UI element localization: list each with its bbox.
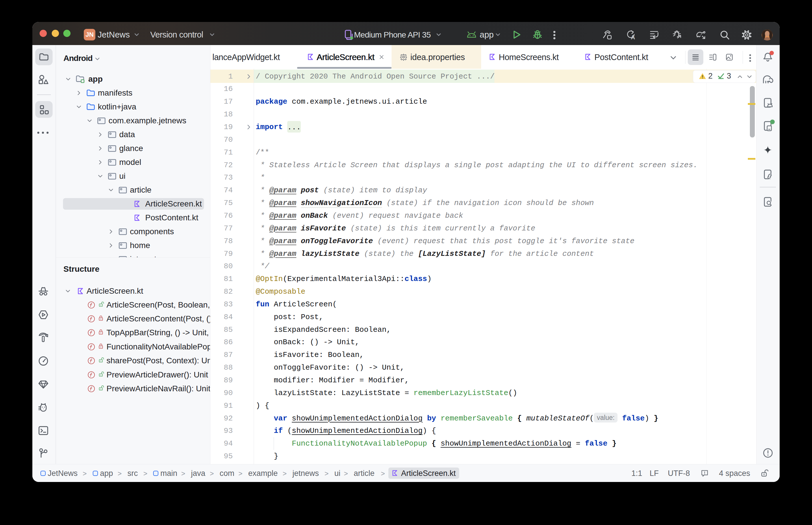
svg-text:A: A [631,34,635,41]
